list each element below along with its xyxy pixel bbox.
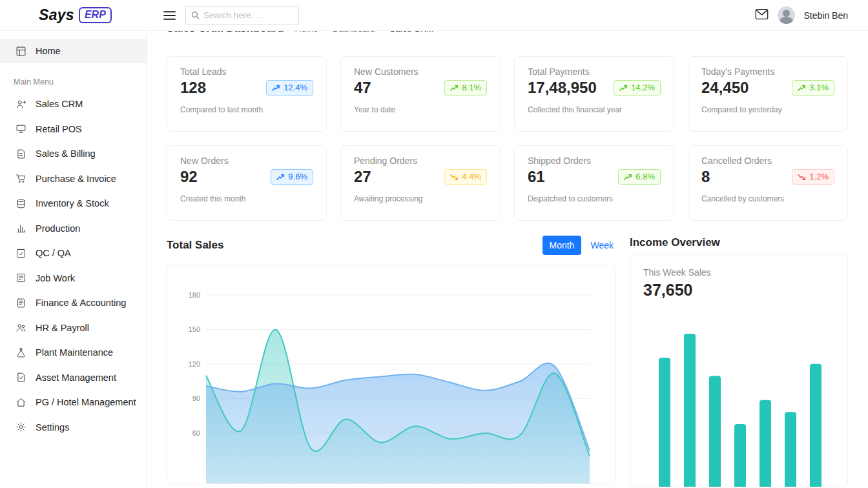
sidebar-item-qc-qa[interactable]: QC / QA (0, 241, 147, 266)
sidebar-section-label: Main Menu (0, 77, 147, 86)
stat-card-todays-payments: Today's Payments 24,450 3.1% Compared to… (688, 56, 848, 132)
topbar-right: Stebin Ben (755, 6, 868, 24)
stat-title: New Orders (180, 156, 313, 166)
stat-card-total-payments: Total Payments 17,48,950 14.2% Collected… (514, 56, 674, 132)
trend-badge: 1.2% (792, 169, 834, 185)
brand-erp-badge: ERP (79, 7, 112, 23)
stat-title: Pending Orders (354, 156, 487, 166)
check-square-icon (16, 248, 26, 259)
trend-up-icon (450, 85, 459, 92)
trend-badge: 14.2% (614, 80, 661, 96)
sidebar-item-inventory-stock[interactable]: Inventory & Stock (0, 191, 147, 216)
user-name[interactable]: Stebin Ben (804, 10, 849, 21)
sidebar-item-settings[interactable]: Settings (0, 415, 147, 440)
stat-title: Total Payments (528, 66, 661, 77)
trend-down-icon (798, 174, 806, 181)
hamburger-menu-icon (163, 10, 176, 21)
stat-card-new-customers: New Customers 47 8.1% Year to date (340, 56, 501, 132)
stat-title: Cancelled Orders (701, 156, 834, 166)
trend-badge: 4.4% (444, 169, 487, 185)
sidebar-item-sales-billing[interactable]: Sales & Billing (0, 141, 147, 167)
stat-value: 128 (180, 79, 206, 97)
flask-icon (16, 347, 26, 358)
week-toggle-button[interactable]: Week (588, 236, 616, 255)
trend-down-icon (450, 174, 459, 181)
brand-says: Says (39, 6, 74, 24)
trend-up-icon (276, 174, 285, 181)
trend-percent: 8.1% (462, 82, 481, 94)
bar-chart-icon (16, 223, 26, 234)
stat-value: 92 (180, 168, 198, 186)
team-icon (16, 322, 26, 333)
sidebar-item-home[interactable]: Home (0, 39, 147, 63)
sidebar-menu: Sales CRM Retail POS Sales & Billing Pur… (0, 92, 147, 440)
file-check-icon (16, 372, 26, 383)
sidebar-item-purchase-invoice[interactable]: Purchase & Invoice (0, 167, 147, 192)
trend-up-icon (624, 174, 632, 181)
search-box[interactable] (185, 6, 299, 25)
sidebar-item-finance-accounting[interactable]: Finance & Accounting (0, 290, 147, 316)
income-overview-title: Income Overview (630, 236, 848, 249)
stat-title: Today's Payments (701, 66, 834, 77)
total-sales-section: Total Sales Month Week 1801501209060 (167, 234, 616, 487)
sidebar-item-label: HR & Payroll (36, 323, 89, 333)
svg-text:90: 90 (192, 394, 200, 402)
sidebar-item-label: Purchase & Invoice (36, 174, 116, 184)
total-sales-title: Total Sales (167, 239, 224, 252)
sidebar-item-label: Finance & Accounting (36, 298, 126, 308)
svg-text:120: 120 (189, 360, 200, 368)
sidebar-item-hr-payroll[interactable]: HR & Payroll (0, 316, 147, 341)
file-text-icon (16, 148, 26, 159)
month-toggle-button[interactable]: Month (542, 236, 582, 255)
search-input[interactable] (203, 10, 293, 20)
main-content: Sales CRM Dashboard Home › Dashboard › S… (147, 0, 868, 487)
stat-title: Total Leads (180, 66, 313, 77)
sidebar-item-pg-hotel-management[interactable]: PG / Hotel Management (0, 390, 147, 415)
stat-card-new-orders: New Orders 92 9.6% Created this month (167, 145, 327, 221)
sidebar-item-label: Production (36, 223, 80, 234)
stat-note: Dispatched to customers (528, 194, 661, 203)
sidebar-item-production[interactable]: Production (0, 216, 147, 241)
total-sales-area-chart: 1801501209060 (167, 265, 615, 483)
stat-value: 61 (528, 168, 545, 186)
trend-up-icon (798, 85, 806, 92)
svg-text:60: 60 (192, 429, 200, 437)
sidebar-item-retail-pos[interactable]: Retail POS (0, 117, 147, 142)
sidebar-item-label: Retail POS (36, 124, 82, 134)
income-bar-chart (643, 310, 836, 487)
sidebar-item-sales-crm[interactable]: Sales CRM (0, 92, 147, 117)
sidebar-item-label: Inventory & Stock (36, 198, 109, 208)
form-icon (16, 272, 26, 283)
sidebar-item-label: Plant Maintenance (36, 347, 113, 358)
trend-percent: 6.8% (636, 171, 655, 183)
sidebar-item-plant-maintenance[interactable]: Plant Maintenance (0, 340, 147, 365)
search-icon (191, 11, 200, 19)
stat-card-total-leads: Total Leads 128 12.4% Compared to last m… (167, 56, 327, 132)
trend-percent: 1.2% (809, 171, 829, 183)
sidebar-item-asset-management[interactable]: Asset Management (0, 365, 147, 391)
sidebar-item-label: Job Work (36, 273, 75, 283)
sidebar-item-label: PG / Hotel Management (36, 397, 136, 407)
sidebar: Home Main Menu Sales CRM Retail POS Sale… (0, 31, 147, 488)
svg-text:180: 180 (189, 291, 200, 299)
trend-badge: 9.6% (271, 169, 313, 185)
stat-title: Shipped Orders (528, 156, 661, 166)
sidebar-toggle-button[interactable] (163, 8, 178, 23)
stat-value: 24,450 (701, 79, 749, 97)
mail-button[interactable] (755, 8, 769, 22)
trend-badge: 3.1% (792, 80, 834, 96)
total-sales-chart-card: 1801501209060 (167, 265, 616, 484)
trend-percent: 9.6% (288, 171, 307, 183)
gear-icon (16, 422, 26, 432)
svg-text:150: 150 (189, 325, 200, 333)
trend-up-icon (619, 85, 628, 92)
sidebar-item-label: Home (36, 46, 61, 56)
stat-note: Compared to yesterday (701, 105, 834, 114)
sidebar-item-label: QC / QA (36, 248, 71, 258)
sidebar-item-label: Settings (36, 422, 69, 432)
avatar[interactable] (778, 6, 795, 24)
stat-value: 27 (354, 168, 371, 186)
sidebar-item-job-work[interactable]: Job Work (0, 266, 147, 291)
trend-percent: 4.4% (462, 171, 481, 183)
brand-logo[interactable]: Says ERP (0, 6, 147, 24)
